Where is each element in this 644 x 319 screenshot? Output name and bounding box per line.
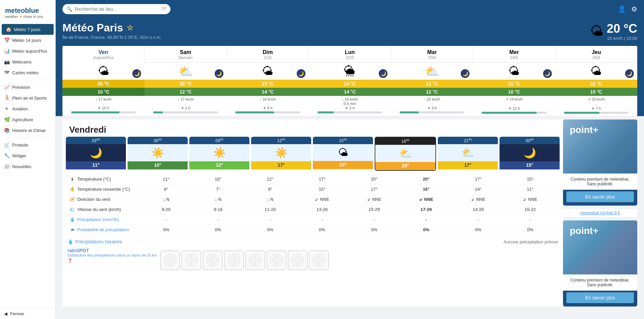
winddir-val-7: ↙ NNE [504, 196, 556, 203]
tab-lun[interactable]: Lun 22/5 [309, 46, 391, 62]
low-temp-4: 12 °C [391, 88, 473, 96]
windspeed-icon: 💨 [69, 207, 75, 212]
icon-cell-0: 🌤 🌙 [62, 63, 144, 80]
windspeed-val-1: 9-18 [192, 206, 244, 213]
night-icon-5: 🌙 [543, 69, 552, 78]
current-time: 18:00 [626, 36, 637, 41]
precip-val-0: - [140, 216, 192, 223]
icon-cell-2: 🌤 🌙 [227, 63, 309, 80]
tab-sam[interactable]: Sam Demain [144, 46, 226, 62]
winddir-label-text: Direction du vent [77, 197, 110, 202]
ad-card-1: point+ Contenu premium de meteoblue. San… [563, 119, 637, 206]
detail-windspeed-label: 💨 Vitesse du vent (km/h) [69, 207, 140, 212]
tab-ven[interactable]: Ven Aujourd'hui [62, 46, 144, 63]
sidebar-item-meteo14[interactable]: 📅 Météo 14 jours [0, 35, 55, 46]
sun-4: ☀ 3 h [392, 106, 472, 110]
detail-winddir-row: 🧭 Direction du vent ↓ N ↓ N ↓ N ↙ NNE ↙ … [68, 194, 558, 205]
sidebar-bottom: ◀ Fermer [0, 308, 55, 319]
sidebar-item-webcams[interactable]: 📷 Webcams [0, 56, 55, 67]
precipprob-val-4: 0% [348, 227, 400, 233]
tab-mer[interactable]: Mer 24/5 [473, 46, 555, 62]
precipprob-values: 0% 0% 0% 0% 0% 0% 0% 0% [140, 227, 556, 233]
sidebar-item-nouvelles[interactable]: 📰 Nouvelles [0, 161, 55, 172]
felt-val-1: 7° [192, 186, 244, 192]
weather-icons-row: 🌤 🌙 ⛅ 🌙 🌤 🌙 🌦 🌙 ⛅ 🌙 [62, 63, 637, 80]
favorite-star[interactable]: ☆ [127, 24, 133, 32]
winddir-val-0: ↓ N [140, 196, 192, 203]
ad-btn-2[interactable]: En savoir plus [566, 292, 634, 303]
detail-felt-label: 🤚 Température ressentie (°C) [69, 187, 140, 192]
sun-1: ☀ 1 h [145, 106, 226, 110]
nav-label-widget: Widget [12, 153, 26, 158]
rainspot-grid [160, 248, 329, 273]
winddir-val-1: ↓ N [192, 196, 244, 203]
windspeed-val-2: 11-20 [244, 206, 296, 213]
night-icon-0: 🌙 [132, 69, 141, 78]
temp-values: 11° 10° 12° 17° 20° 20° 17° 15° [140, 176, 556, 182]
nav-label-meteoauj: Météo aujourd'hui [12, 49, 47, 54]
ad-free-link[interactable]: meteoblue Ad-free 9 € [563, 209, 637, 217]
precip-val-6: - [452, 216, 504, 223]
temp-val-0: 11° [140, 176, 192, 182]
info-cell-5: ↗ 19 km/h - ☀ 12 h [473, 96, 555, 116]
search-box[interactable]: 🔍 🗺 [62, 4, 170, 14]
user-button[interactable]: 👤 [618, 5, 626, 13]
detail-precip-row: 💧 Précipitation (mm/3h) - - - - - - - - [68, 215, 558, 225]
rainspot-circle-7 [309, 250, 329, 270]
ad-btn-1[interactable]: En savoir plus [566, 191, 634, 202]
detail-table: 🌡 Température (°C) 11° 10° 12° 17° 20° 2… [62, 171, 563, 235]
tab-dim-sub: 21/5 [229, 55, 307, 60]
low-temp-3: 14 °C [309, 88, 391, 96]
precipprob-label-text: Probabilité de précipitation [77, 227, 129, 232]
sidebar-item-prevision[interactable]: 📈 Prévision [0, 82, 55, 92]
sidebar-item-produits[interactable]: 🛒 Produits [0, 139, 55, 150]
city-name: Météo Paris ☆ [62, 22, 162, 34]
hour-temp-03: 11° [66, 161, 126, 169]
hourly-precip-link[interactable]: 💧 Précipitations horaires Aucune précipi… [62, 235, 563, 246]
sidebar-item-meteo7[interactable]: 🏠 Météo 7 jours [2, 24, 54, 35]
city-sub: Île-de-France, France, 48.85°N 2.35°E, 4… [62, 35, 162, 40]
sun-5: ☀ 12 h [474, 106, 554, 111]
sidebar-item-widget[interactable]: 🔧 Widget [0, 150, 55, 161]
sports-icon: 🏃 [4, 95, 9, 101]
hour-time-06: 0600 [128, 137, 188, 144]
map-button[interactable]: 🗺 [161, 6, 166, 12]
rainspot-question[interactable]: ❓ [68, 258, 157, 263]
hour-card-21: 2100 ⛅ 17° [438, 137, 498, 171]
sidebar-item-pleinair[interactable]: 🏃 Plein air et Sports [0, 92, 55, 103]
night-icon-6: 🌙 [625, 69, 634, 78]
day-title: Vendredi [62, 119, 563, 137]
windspeed-label-text: Vitesse du vent (km/h) [77, 207, 121, 212]
plane-icon: ✈ [4, 106, 9, 111]
precipprob-val-3: 0% [296, 227, 348, 233]
tab-mar[interactable]: Mar 23/5 [391, 46, 473, 62]
sidebar-item-agriculture[interactable]: 🌿 Agriculture [0, 114, 55, 125]
high-temp-row: 20 °C 20 °C 23 °C 24 °C 21 °C 21 °C 22 °… [62, 80, 637, 88]
high-temp-6: 22 °C [555, 80, 637, 88]
icon-cell-6: 🌤 🌙 [555, 63, 637, 80]
nav-label-prevision: Prévision [12, 85, 30, 90]
hour-time-12: 1200 [251, 137, 311, 144]
hour-temp-00: 15° [500, 161, 560, 169]
ad-title-2: point+ [570, 225, 598, 236]
news-icon: 📰 [4, 164, 9, 169]
close-button[interactable]: ◀ Fermer [4, 311, 51, 316]
settings-button[interactable]: ⚙ [631, 5, 637, 13]
hour-temp-21: 17° [438, 161, 498, 169]
tab-dim[interactable]: Dim 21/5 [227, 46, 309, 62]
precipprob-val-6: 0% [452, 227, 504, 233]
sidebar-item-cartes[interactable]: 🗺 Cartes météo [0, 67, 55, 78]
sidebar-item-aviation[interactable]: ✈ Aviation [0, 103, 55, 114]
search-input[interactable] [75, 6, 158, 12]
sidebar-item-histoire[interactable]: 📚 Histoire et Climat [0, 125, 55, 136]
sidebar-item-meteoauj[interactable]: 📊 Météo aujourd'hui [0, 46, 55, 56]
hour-card-03: 0300 🌙 11° [66, 137, 126, 171]
tab-jeu[interactable]: Jeu 25/5 [556, 46, 637, 62]
night-icon-3: 🌙 [379, 69, 387, 78]
ad-title-text-2: point+ [570, 225, 598, 236]
nav-label-pleinair: Plein air et Sports [12, 96, 47, 101]
rain-6: - [556, 102, 637, 106]
nav-label-meteo7: Météo 7 jours [14, 27, 41, 32]
header-icons: 👤 ⚙ [618, 5, 637, 13]
tab-sam-name: Sam [146, 49, 224, 55]
